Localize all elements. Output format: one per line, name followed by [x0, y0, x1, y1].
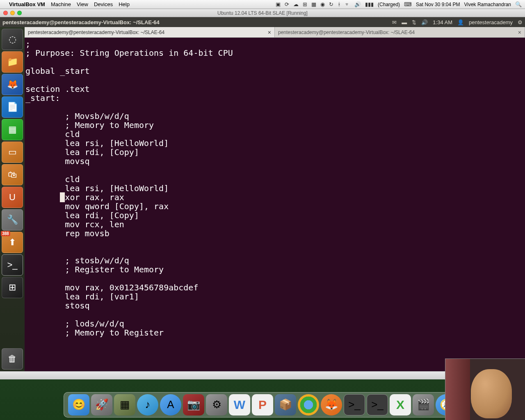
virtualbox-icon[interactable]: 📦 — [275, 394, 296, 415]
system-preferences-icon[interactable]: ⚙ — [206, 394, 227, 415]
indicator2-icon[interactable]: ▦ — [311, 1, 316, 7]
finder-icon[interactable]: 😊 — [68, 394, 89, 415]
terminal-window: pentesteracademy@pentesteracademy-Virtua… — [25, 27, 525, 371]
impress-icon[interactable]: ▭ — [2, 142, 23, 163]
firefox-icon[interactable]: 🦊 — [2, 74, 23, 95]
dash-home-icon[interactable]: ◌ — [2, 29, 23, 50]
appstore-icon[interactable]: A — [160, 394, 181, 415]
battery-guest-icon[interactable]: ▬ — [402, 19, 407, 25]
photobooth-icon[interactable]: 📷 — [183, 394, 204, 415]
itunes-icon[interactable]: ♪ — [137, 394, 158, 415]
battery-icon[interactable]: ▮▮▮ — [365, 1, 374, 7]
clock[interactable]: Sat Nov 30 9:04 PM — [416, 2, 460, 7]
settings-icon[interactable]: 🔧 — [2, 209, 23, 231]
timemachine-icon[interactable]: ↻ — [329, 1, 333, 7]
update-manager-icon[interactable]: 388⬆ — [2, 232, 23, 253]
powerpoint-icon[interactable]: P — [252, 394, 273, 415]
ubuntu-top-panel: pentesteracademy@pentesteracademy-Virtua… — [0, 17, 525, 27]
menu-view[interactable]: View — [77, 1, 88, 7]
macos-dock: 😊 🚀 ▦ ♪ A 📷 ⚙ W P 📦 🦊 >_ >_ X 🎬 🧭 — [64, 392, 461, 418]
gear-icon[interactable]: ⚙ — [518, 19, 523, 25]
user-icon[interactable]: 👤 — [457, 19, 464, 25]
terminal-dock-icon[interactable]: >_ — [344, 394, 365, 415]
word-icon[interactable]: W — [229, 394, 250, 415]
indicator3-icon[interactable]: ◉ — [320, 1, 325, 7]
iterm-icon[interactable]: >_ — [367, 394, 388, 415]
guest-clock[interactable]: 1:34 AM — [433, 19, 452, 25]
mail-icon[interactable]: ✉ — [392, 19, 397, 25]
spotlight-icon[interactable]: 🔍 — [515, 1, 522, 7]
volume-icon[interactable]: 🔊 — [354, 1, 361, 7]
update-count-badge: 388 — [1, 231, 10, 236]
mission-control-icon[interactable]: ▦ — [114, 394, 135, 415]
wifi-icon[interactable]: ᯤ — [345, 1, 350, 7]
vm-window-title: Ubuntu 12.04 LTS 64-Bit SLAE [Running] — [217, 10, 308, 16]
terminal-tabs: pentesteracademy@pentesteracademy-Virtua… — [25, 27, 525, 38]
sync-icon[interactable]: ☁ — [293, 1, 299, 7]
network-icon[interactable]: ⇅ — [412, 19, 416, 25]
files-icon[interactable]: 📁 — [2, 51, 23, 73]
chrome-icon[interactable] — [298, 394, 319, 415]
user-menu[interactable]: Vivek Ramachandran — [464, 2, 511, 7]
app-menu[interactable]: VirtualBox VM — [9, 1, 45, 7]
minimize-button[interactable] — [10, 11, 15, 15]
tab-1-close-icon[interactable]: × — [268, 29, 271, 36]
firefox-dock-icon[interactable]: 🦊 — [321, 394, 342, 415]
launchpad-icon[interactable]: 🚀 — [91, 394, 112, 415]
ubuntu-one-icon[interactable]: U — [2, 187, 23, 208]
dropbox-icon[interactable]: ⟳ — [285, 1, 289, 7]
writer-icon[interactable]: 📄 — [2, 96, 23, 118]
terminal-tab-2[interactable]: pentesteracademy@pentesteracademy-Virtua… — [275, 27, 525, 37]
tab-1-title: pentesteracademy@pentesteracademy-Virtua… — [28, 30, 164, 35]
excel-icon[interactable]: X — [390, 394, 411, 415]
ubuntu-workspace: ◌ 📁 🦊 📄 ▦ ▭ 🛍 U 🔧 388⬆ >_ ⊞ 🗑 pentestera… — [0, 27, 525, 371]
terminal-tab-1[interactable]: pentesteracademy@pentesteracademy-Virtua… — [25, 27, 275, 37]
menu-help[interactable]: Help — [119, 1, 130, 7]
close-button[interactable] — [3, 11, 8, 15]
bluetooth-icon[interactable]: ᚼ — [338, 1, 341, 7]
imovie-icon[interactable]: 🎬 — [413, 394, 434, 415]
screencast-icon[interactable]: ▣ — [276, 1, 281, 7]
battery-status: (Charged) — [378, 2, 400, 7]
webcam-overlay — [445, 358, 525, 420]
editor-content[interactable]: ;; Purpose: String Operations in 64-bit … — [25, 38, 525, 362]
menu-machine[interactable]: Machine — [51, 1, 71, 7]
keyboard-icon[interactable]: ⌨ — [404, 1, 412, 7]
tab-2-close-icon[interactable]: × — [518, 29, 521, 36]
tab-2-title: pentesteracademy@pentesteracademy-Virtua… — [278, 30, 415, 35]
software-center-icon[interactable]: 🛍 — [2, 164, 23, 185]
trash-icon[interactable]: 🗑 — [2, 348, 23, 370]
workspace-switcher-icon[interactable]: ⊞ — [2, 277, 23, 298]
vm-window-titlebar: Ubuntu 12.04 LTS 64-Bit SLAE [Running] — [0, 9, 525, 17]
terminal-icon[interactable]: >_ — [2, 254, 23, 276]
indicator-icon[interactable]: ⊞ — [303, 1, 307, 7]
unity-launcher: ◌ 📁 🦊 📄 ▦ ▭ 🛍 U 🔧 388⬆ >_ ⊞ 🗑 — [0, 27, 25, 371]
guest-user[interactable]: pentesteracademy — [469, 19, 513, 25]
volume-guest-icon[interactable]: 🔊 — [421, 19, 428, 25]
zoom-button[interactable] — [17, 11, 22, 15]
window-title: pentesteracademy@pentesteracademy-Virtua… — [2, 19, 160, 25]
macos-menubar: VirtualBox VM Machine View Devices Help … — [0, 0, 525, 9]
menu-devices[interactable]: Devices — [94, 1, 113, 7]
calc-icon[interactable]: ▦ — [2, 119, 23, 140]
